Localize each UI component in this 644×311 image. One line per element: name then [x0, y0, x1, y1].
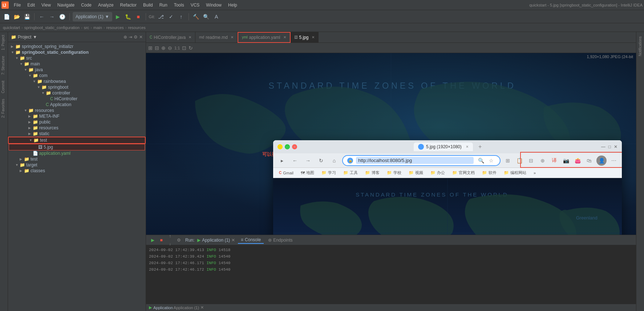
debug-btn[interactable]: 🐛: [124, 12, 133, 21]
tree-hicontroller[interactable]: C HiController: [8, 96, 146, 102]
browser-minimize-btn[interactable]: −: [278, 144, 283, 149]
tree-test-main[interactable]: ▶ 📁 test: [8, 156, 146, 162]
run-settings-btn[interactable]: ⚙: [175, 237, 182, 244]
breadcrumb-part-2[interactable]: src: [84, 25, 89, 30]
menu-code[interactable]: Code: [78, 2, 94, 8]
navigate-recent[interactable]: 🕐: [58, 12, 66, 21]
browser-bag-icon[interactable]: 🛍: [585, 156, 594, 165]
bookmark-folder-9[interactable]: 📁 编程网站: [502, 169, 528, 176]
search-everywhere[interactable]: 🔍: [202, 12, 211, 21]
fit-actual-btn[interactable]: 1:1: [174, 46, 180, 50]
bookmark-folder-7[interactable]: 📁 官网文档: [450, 169, 477, 176]
browser-forward-btn[interactable]: →: [303, 156, 313, 166]
menu-run[interactable]: Run: [157, 2, 170, 8]
browser-restore-icon[interactable]: □: [608, 144, 611, 149]
run-tab-close[interactable]: ✕: [231, 238, 235, 243]
browser-menu-icon[interactable]: ⋯: [609, 156, 618, 165]
rotate-btn[interactable]: ↻: [189, 45, 193, 51]
tree-classes[interactable]: ▶ 📁 classes: [8, 168, 146, 174]
run-restart-btn[interactable]: ▶: [149, 237, 156, 244]
browser-url-bar[interactable]: 🔒 http://localhost:8080/5.jpg 🔍 ☆: [342, 155, 501, 166]
tree-controller[interactable]: ▼ 📁 controller: [8, 90, 146, 96]
browser-add-tab-btn[interactable]: +: [476, 142, 485, 151]
menu-window[interactable]: Window: [203, 2, 224, 8]
browser-split-icon[interactable]: ⊟: [527, 156, 535, 165]
stop-btn[interactable]: ■: [134, 12, 143, 21]
bookmark-folder-5[interactable]: 📁 视频: [406, 169, 425, 176]
browser-tab-5jpg[interactable]: 5.jpg (1920×1080) ×: [414, 142, 473, 151]
git-push[interactable]: ↑: [177, 12, 186, 21]
breadcrumb-part-5[interactable]: resources: [128, 25, 146, 30]
browser-close-icon[interactable]: ✕: [614, 144, 617, 149]
browser-screenshot-icon[interactable]: 📋: [515, 156, 524, 165]
browser-avatar[interactable]: 👤: [596, 156, 607, 166]
zoom-in-btn[interactable]: ⊕: [161, 45, 166, 51]
tree-com[interactable]: ▼ 📁 com: [8, 73, 146, 78]
browser-refresh-btn[interactable]: ↻: [316, 156, 326, 166]
project-vtab[interactable]: 1: Project: [0, 32, 8, 53]
browser-close-btn[interactable]: ×: [292, 144, 297, 149]
forward-btn[interactable]: →: [48, 12, 56, 21]
tree-java[interactable]: ▼ 📁 java: [8, 67, 146, 73]
right-tab-label[interactable]: Notifications: [637, 33, 643, 59]
menu-refactor[interactable]: Refactor: [117, 2, 139, 8]
zoom-out-btn[interactable]: ⊖: [168, 45, 172, 51]
menu-edit[interactable]: Edit: [24, 2, 38, 8]
tree-resources-sub[interactable]: ▶ 📁 resources: [8, 125, 146, 131]
browser-open-tab-icon[interactable]: ⊕: [538, 156, 547, 165]
favorites-vtab[interactable]: 2: Favorites: [0, 96, 8, 121]
breadcrumb-part-0[interactable]: quickstart: [3, 25, 20, 30]
menu-vcs[interactable]: VCS: [188, 2, 203, 8]
tab-5jpg[interactable]: 🖼 5.jpg ✕: [291, 32, 319, 43]
browser-home-btn[interactable]: ⌂: [329, 156, 339, 166]
tree-test-folder[interactable]: ▼ 📁 test: [8, 137, 146, 144]
run-tab-console[interactable]: ≡ Console: [238, 237, 264, 244]
tree-meta-inf[interactable]: ▶ 📁 META-INF: [8, 113, 146, 119]
save-btn[interactable]: 💾: [23, 12, 31, 21]
menu-help[interactable]: Help: [225, 2, 240, 8]
add-content-btn[interactable]: ⊕: [123, 35, 127, 40]
tab-readme[interactable]: md readme.md ✕: [195, 32, 238, 43]
settings-btn[interactable]: ⚙: [134, 35, 138, 40]
browser-back-btn[interactable]: ←: [290, 156, 300, 166]
menu-view[interactable]: View: [39, 2, 54, 8]
tree-application-yaml[interactable]: 📄 application.yaml: [8, 150, 146, 156]
tree-rainbowsea[interactable]: ▼ 📁 rainbowsea: [8, 78, 146, 84]
tree-public[interactable]: ▶ 📁 public: [8, 119, 146, 125]
browser-tab-close[interactable]: ×: [466, 144, 469, 149]
run-stop-btn[interactable]: ■: [158, 237, 165, 244]
open-btn[interactable]: 📂: [12, 12, 21, 21]
search-icon[interactable]: 🔍: [477, 156, 485, 165]
bookmark-maps[interactable]: 🗺 地图: [299, 169, 316, 176]
fit-frame-btn[interactable]: ⊡: [182, 45, 186, 51]
git-commit[interactable]: ✓: [167, 12, 175, 21]
run-config-selector[interactable]: Application (1) ▼: [73, 12, 112, 21]
collapse-all-btn[interactable]: ⇥: [129, 35, 132, 40]
close-project-panel-btn[interactable]: ✕: [139, 35, 143, 40]
bookmark-folder-4[interactable]: 📁 学校: [385, 169, 404, 176]
tree-src[interactable]: ▼ 📁 src: [8, 55, 146, 61]
browser-maximize-btn[interactable]: □: [285, 144, 290, 149]
tree-static[interactable]: ▶ 📁 static: [8, 131, 146, 137]
tree-5jpg[interactable]: 🖼 5.jpg: [9, 144, 145, 150]
menu-tools[interactable]: Tools: [171, 2, 187, 8]
browser-extensions-icon[interactable]: ⊞: [503, 156, 512, 165]
browser-translate-icon[interactable]: 译: [550, 156, 559, 165]
new-file-btn[interactable]: 📄: [2, 12, 11, 21]
bookmark-folder-2[interactable]: 📁 工具: [341, 169, 360, 176]
commit-vtab[interactable]: Commit: [0, 78, 8, 96]
project-dropdown-arrow[interactable]: ▼: [33, 35, 37, 40]
breadcrumb-part-4[interactable]: resources: [106, 25, 124, 30]
menu-analyze[interactable]: Analyze: [95, 2, 117, 8]
bookmark-folder-8[interactable]: 📁 软件: [480, 169, 499, 176]
tab-hicontroller-close[interactable]: ✕: [189, 35, 191, 39]
bookmark-folder-6[interactable]: 📁 办公: [428, 169, 447, 176]
git-branch[interactable]: ⎇: [157, 12, 165, 21]
translate-btn[interactable]: A: [212, 12, 221, 21]
menu-build[interactable]: Build: [140, 2, 156, 8]
tab-5jpg-close[interactable]: ✕: [312, 35, 315, 39]
breadcrumb-part-1[interactable]: springboot_static_configuration: [24, 25, 80, 30]
bottom-run-close-btn[interactable]: ✕: [201, 305, 204, 310]
bookmark-folder-1[interactable]: 📁 学习: [319, 169, 338, 176]
browser-nav-expand[interactable]: ▸: [277, 156, 287, 166]
